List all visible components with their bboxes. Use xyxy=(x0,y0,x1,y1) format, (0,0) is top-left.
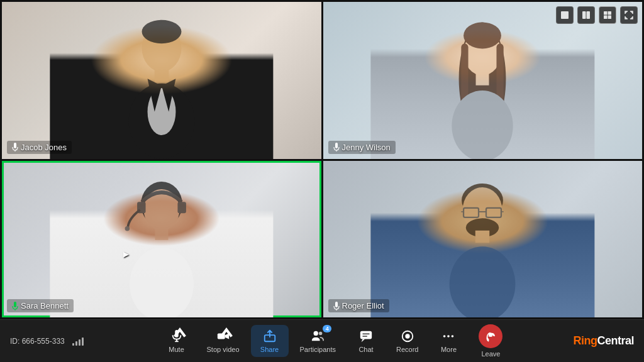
chat-label: Chat xyxy=(358,346,373,353)
chat-button[interactable]: Chat xyxy=(347,325,385,357)
svg-rect-23 xyxy=(335,143,338,148)
participants-icon-wrap: 4 xyxy=(309,329,326,344)
share-icon-wrap xyxy=(261,329,279,344)
leave-button[interactable]: Leave xyxy=(470,321,511,361)
svg-rect-4 xyxy=(608,11,612,15)
person-sara-video xyxy=(50,176,273,317)
svg-rect-14 xyxy=(14,143,16,148)
layout-controls xyxy=(556,6,638,24)
signal-bar-4 xyxy=(82,337,84,346)
video-cell-jacob: Jacob Jones xyxy=(2,2,321,159)
mic-icon-sara xyxy=(12,302,18,310)
share-label: Share xyxy=(260,346,279,353)
chat-icon xyxy=(359,329,373,343)
layout-single-btn[interactable] xyxy=(556,6,574,24)
mute-label: Mute xyxy=(169,346,184,353)
svg-point-8 xyxy=(142,20,181,43)
more-icon-wrap xyxy=(440,329,457,344)
svg-rect-20 xyxy=(497,43,504,100)
person-jacob-video xyxy=(50,18,273,159)
participants-label: Participants xyxy=(300,346,336,353)
mute-chevron-icon xyxy=(173,326,187,340)
svg-rect-31 xyxy=(155,228,168,240)
participants-badge: 4 xyxy=(323,325,331,332)
svg-rect-2 xyxy=(587,11,591,19)
mic-icon-jenny xyxy=(333,143,340,151)
layout-2grid-btn[interactable] xyxy=(577,6,595,24)
svg-rect-43 xyxy=(475,231,489,243)
record-button[interactable]: Record xyxy=(387,325,427,357)
fullscreen-btn[interactable] xyxy=(620,6,638,24)
stop-video-button[interactable]: Stop video xyxy=(198,325,248,357)
video-cell-sara: ▸ Sara Bennett xyxy=(2,161,321,318)
svg-rect-11 xyxy=(155,69,169,82)
brand-ring: Ring xyxy=(573,334,597,347)
person-jenny-video xyxy=(371,18,594,159)
leave-label: Leave xyxy=(481,350,500,358)
toolbar-center: Mute Stop video xyxy=(111,321,558,361)
svg-rect-5 xyxy=(604,16,608,19)
record-label: Record xyxy=(396,346,418,353)
svg-point-58 xyxy=(443,335,446,337)
mic-icon-roger xyxy=(333,302,340,310)
video-chevron-icon xyxy=(219,326,233,340)
name-tag-roger: Roger Elliot xyxy=(328,299,389,312)
mic-icon-jacob xyxy=(12,143,18,151)
svg-point-52 xyxy=(319,332,322,336)
person-roger-video xyxy=(371,176,594,317)
more-icon xyxy=(441,329,455,343)
mute-icon-wrap xyxy=(168,329,186,344)
video-icon-wrap xyxy=(214,329,232,344)
chat-icon-wrap xyxy=(357,329,375,344)
svg-point-59 xyxy=(448,335,450,337)
svg-point-51 xyxy=(314,331,318,336)
svg-rect-6 xyxy=(608,16,612,19)
participants-icon xyxy=(311,329,325,343)
toolbar: ID: 666-555-333 Mute xyxy=(0,319,644,362)
leave-icon-wrap xyxy=(479,324,502,348)
record-icon xyxy=(401,329,414,343)
video-grid: Jacob Jones xyxy=(0,0,644,319)
signal-strength xyxy=(72,337,84,346)
meeting-id-label: ID: 666-555-333 xyxy=(10,337,65,346)
video-cell-jenny: Jenny Wilson xyxy=(323,2,643,159)
more-button[interactable]: More xyxy=(430,325,467,357)
mute-button[interactable]: Mute xyxy=(158,325,196,357)
stop-video-label: Stop video xyxy=(207,346,240,353)
svg-point-57 xyxy=(405,334,409,338)
svg-rect-19 xyxy=(462,43,469,100)
leave-phone-icon xyxy=(484,330,497,343)
mouse-cursor: ▸ xyxy=(123,247,129,261)
svg-point-30 xyxy=(130,248,194,317)
toolbar-left: ID: 666-555-333 xyxy=(10,337,111,346)
name-tag-jenny: Jenny Wilson xyxy=(328,141,396,154)
svg-point-18 xyxy=(464,22,501,48)
share-button[interactable]: Share xyxy=(251,325,289,357)
signal-bar-3 xyxy=(79,339,80,346)
record-icon-wrap xyxy=(399,329,416,344)
name-tag-sara: Sara Bennett xyxy=(7,299,74,312)
svg-point-42 xyxy=(450,247,516,317)
svg-point-29 xyxy=(125,227,129,231)
svg-rect-0 xyxy=(561,11,569,19)
svg-point-21 xyxy=(452,90,513,159)
svg-rect-32 xyxy=(14,302,16,307)
svg-rect-3 xyxy=(604,11,608,15)
svg-rect-28 xyxy=(177,202,186,214)
signal-bar-1 xyxy=(72,343,74,346)
video-cell-roger: Roger Elliot xyxy=(323,161,643,318)
toolbar-right: RingCentral xyxy=(558,334,634,348)
participants-button[interactable]: 4 Participants xyxy=(291,325,345,357)
svg-rect-22 xyxy=(476,72,489,85)
svg-rect-44 xyxy=(335,302,338,307)
share-icon xyxy=(263,329,277,343)
layout-4grid-btn[interactable] xyxy=(599,6,616,24)
svg-point-60 xyxy=(452,335,454,337)
more-label: More xyxy=(441,346,457,353)
signal-bar-2 xyxy=(75,341,77,346)
svg-rect-1 xyxy=(582,11,586,19)
name-tag-jacob: Jacob Jones xyxy=(7,141,72,154)
svg-rect-53 xyxy=(360,331,372,339)
brand-logo: RingCentral xyxy=(573,334,634,348)
brand-central: Central xyxy=(597,334,634,347)
